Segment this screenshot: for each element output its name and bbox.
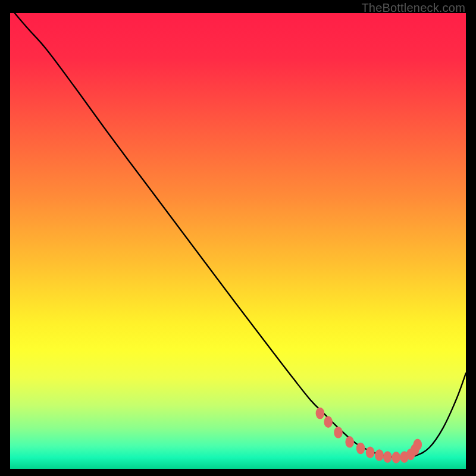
chart-frame (10, 13, 466, 469)
optimal-dot (345, 436, 354, 448)
optimal-dot (383, 451, 392, 463)
chart-svg (10, 13, 466, 469)
optimal-dot (366, 447, 375, 459)
optimal-dot (316, 408, 325, 419)
optimal-dot (392, 452, 401, 464)
optimal-dot (356, 443, 365, 455)
watermark-text: TheBottleneck.com (361, 1, 465, 15)
optimal-dot (375, 449, 384, 461)
optimal-dot (414, 439, 422, 451)
gradient-background (10, 13, 466, 469)
optimal-dot (334, 427, 343, 439)
optimal-dot (324, 416, 333, 428)
